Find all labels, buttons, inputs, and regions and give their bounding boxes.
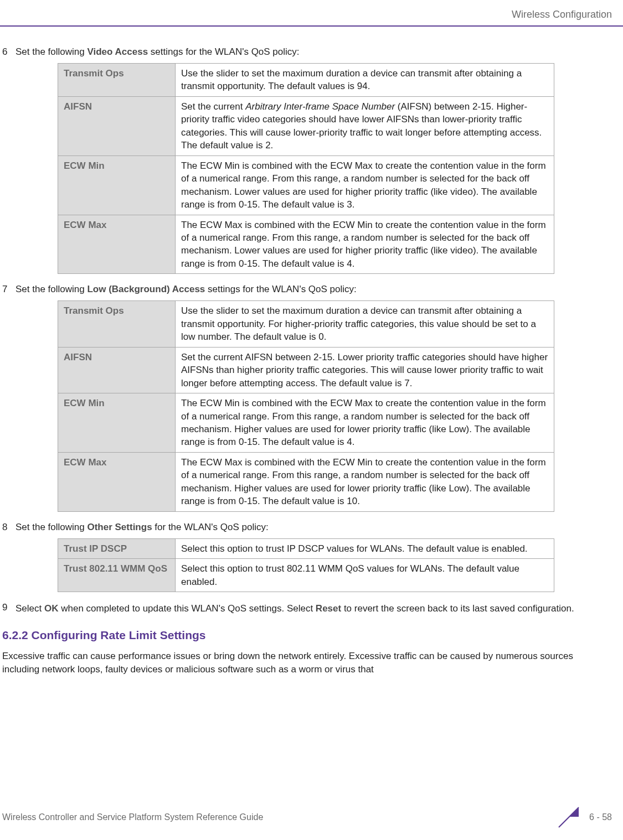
step-number: 7 (0, 284, 16, 295)
text: when completed to update this WLAN's QoS… (58, 603, 315, 614)
bold-term: Reset (316, 603, 341, 614)
param-label: ECW Min (58, 155, 176, 215)
step-9: 9 Select OK when completed to update thi… (0, 602, 612, 615)
table-row: ECW Min The ECW Min is combined with the… (58, 155, 554, 215)
param-desc: Select this option to trust IP DSCP valu… (176, 538, 554, 558)
table-video-access: Transmit Ops Use the slider to set the m… (58, 63, 554, 274)
text: settings for the WLAN's QoS policy: (148, 46, 299, 57)
param-desc: The ECW Max is combined with the ECW Min… (176, 215, 554, 274)
param-desc: Use the slider to set the maximum durati… (176, 64, 554, 97)
table-row: Transmit Ops Use the slider to set the m… (58, 64, 554, 97)
page-footer: Wireless Controller and Service Platform… (0, 806, 623, 829)
param-label: Trust IP DSCP (58, 538, 176, 558)
text: to revert the screen back to its last sa… (341, 603, 574, 614)
table-low-background-access: Transmit Ops Use the slider to set the m… (58, 300, 554, 511)
table-row: ECW Max The ECW Max is combined with the… (58, 452, 554, 511)
param-label: ECW Min (58, 393, 176, 453)
footer-page-number: 6 - 58 (589, 812, 612, 822)
param-desc: Select this option to trust 802.11 WMM Q… (176, 559, 554, 592)
step-number: 9 (0, 602, 16, 613)
bold-term: Other Settings (87, 522, 152, 532)
section-heading-rate-limit: 6.2.2 Configuring Rate Limit Settings (2, 629, 612, 642)
param-label: AIFSN (58, 347, 176, 393)
step-number: 6 (0, 46, 16, 58)
table-row: AIFSN Set the current AIFSN between 2-15… (58, 347, 554, 393)
footer-right: 6 - 58 (557, 806, 612, 829)
step-text: Set the following Video Access settings … (16, 46, 612, 58)
text: Select (16, 603, 44, 614)
text: Set the following (16, 284, 87, 294)
table-row: Trust 802.11 WMM QoS Select this option … (58, 559, 554, 592)
param-desc: Set the current AIFSN between 2-15. Lowe… (176, 347, 554, 393)
table-row: Trust IP DSCP Select this option to trus… (58, 538, 554, 558)
param-label: AIFSN (58, 96, 176, 155)
param-label: Transmit Ops (58, 301, 176, 347)
table-row: ECW Max The ECW Max is combined with the… (58, 215, 554, 274)
bold-term: Low (Background) Access (87, 284, 205, 294)
step-text: Set the following Low (Background) Acces… (16, 284, 612, 295)
footer-doc-title: Wireless Controller and Service Platform… (2, 812, 263, 822)
param-desc: The ECW Min is combined with the ECW Max… (176, 155, 554, 215)
param-label: ECW Max (58, 215, 176, 274)
page-content: 6 Set the following Video Access setting… (0, 46, 623, 676)
text: Set the following (16, 46, 87, 57)
header-divider (0, 25, 623, 27)
italic-term: Arbitrary Inter-frame Space Number (245, 101, 395, 112)
step-8: 8 Set the following Other Settings for t… (0, 522, 612, 533)
param-desc: The ECW Max is combined with the ECW Min… (176, 452, 554, 511)
param-desc: Use the slider to set the maximum durati… (176, 301, 554, 347)
param-label: Transmit Ops (58, 64, 176, 97)
table-row: Transmit Ops Use the slider to set the m… (58, 301, 554, 347)
step-text: Select OK when completed to update this … (16, 602, 612, 615)
bold-term: Video Access (87, 46, 148, 57)
page-header-title: Wireless Configuration (512, 9, 612, 20)
bold-term: OK (44, 603, 59, 614)
step-7: 7 Set the following Low (Background) Acc… (0, 284, 612, 295)
footer-logo-icon (557, 806, 580, 829)
step-text: Set the following Other Settings for the… (16, 522, 612, 533)
section-paragraph: Excessive traffic can cause performance … (2, 650, 601, 676)
text: Set the following (16, 522, 87, 532)
step-number: 8 (0, 522, 16, 533)
table-other-settings: Trust IP DSCP Select this option to trus… (58, 538, 554, 592)
param-label: ECW Max (58, 452, 176, 511)
table-row: ECW Min The ECW Min is combined with the… (58, 393, 554, 453)
param-desc: The ECW Min is combined with the ECW Max… (176, 393, 554, 453)
param-label: Trust 802.11 WMM QoS (58, 559, 176, 592)
table-row: AIFSN Set the current Arbitrary Inter-fr… (58, 96, 554, 155)
step-6: 6 Set the following Video Access setting… (0, 46, 612, 58)
text: Set the current (181, 101, 245, 112)
text: for the WLAN's QoS policy: (152, 522, 269, 532)
param-desc: Set the current Arbitrary Inter-frame Sp… (176, 96, 554, 155)
text: settings for the WLAN's QoS policy: (205, 284, 356, 294)
